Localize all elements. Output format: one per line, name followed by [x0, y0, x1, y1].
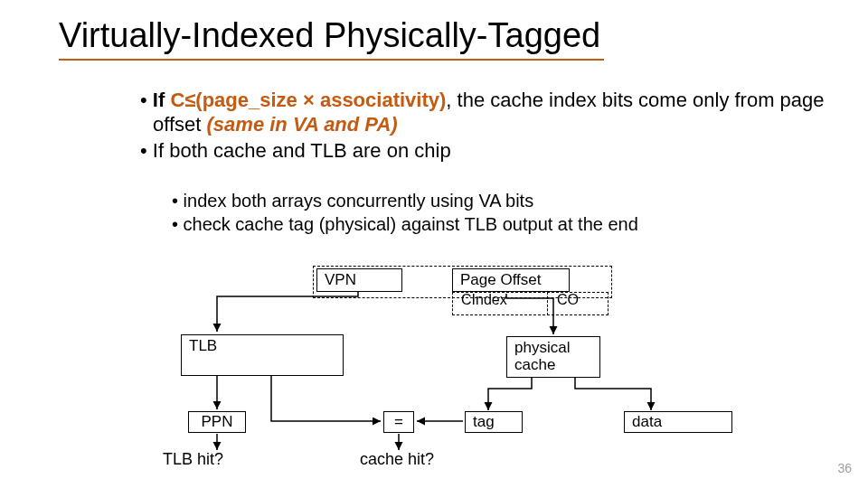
tlb-hit-label: TLB hit?	[163, 450, 223, 469]
cache-box: physical cache	[506, 336, 600, 378]
vpn-box: VPN	[316, 268, 402, 292]
tag-box: tag	[465, 411, 523, 433]
ppn-box: PPN	[188, 411, 246, 433]
page-offset-box: Page Offset	[452, 268, 570, 292]
cache-hit-label: cache hit?	[360, 450, 434, 469]
cindex-co-divider	[547, 292, 548, 315]
diagram-lines	[0, 0, 868, 488]
page-number: 36	[837, 461, 852, 475]
equals-box: =	[383, 411, 414, 433]
cindex-label: CIndex	[461, 292, 507, 308]
data-box: data	[624, 411, 732, 433]
diagram: VPN Page Offset CIndex CO TLB physical c…	[0, 0, 868, 488]
tlb-box: TLB	[181, 334, 344, 376]
co-label: CO	[557, 292, 579, 308]
